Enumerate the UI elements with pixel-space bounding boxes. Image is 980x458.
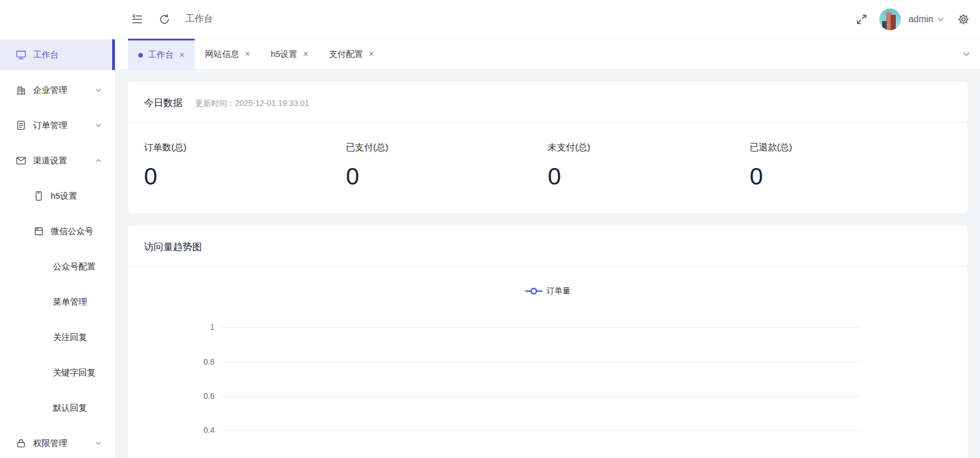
chevron-down-icon[interactable] — [937, 15, 945, 23]
sidebar-item-h5-settings[interactable]: h5设置 — [0, 181, 115, 211]
stat-label: 已支付(总) — [346, 142, 548, 154]
tab-payment-config[interactable]: 支付配置 × — [319, 39, 384, 69]
sidebar-item-label: 渠道设置 — [33, 156, 67, 166]
card-title: 今日数据 — [144, 96, 183, 109]
stat-value: 0 — [548, 163, 750, 190]
lock-icon — [15, 437, 27, 449]
today-card-header: 今日数据 更新时间：2025-12-01 19:33:01 — [128, 81, 967, 122]
sidebar-item-menu-manage[interactable]: 菜单管理 — [0, 287, 115, 317]
sidebar-item-label: 工作台 — [33, 50, 59, 60]
doc-lines-icon — [33, 226, 44, 237]
sidebar-item-workbench[interactable]: 工作台 — [0, 39, 115, 70]
sidebar-item-label: 公众号配置 — [53, 261, 96, 272]
close-icon[interactable]: × — [303, 50, 308, 59]
sidebar-item-enterprise[interactable]: 企业管理 — [0, 75, 115, 105]
sidebar-item-label: 订单管理 — [33, 120, 67, 131]
monitor-icon — [15, 49, 27, 60]
gridline — [222, 362, 861, 362]
stat-label: 未支付(总) — [548, 142, 750, 154]
refresh-icon[interactable] — [158, 13, 171, 26]
y-tick-label: 0.6 — [128, 391, 215, 400]
visit-trend-card: 访问量趋势图 订单量 1 0.8 — [128, 226, 967, 458]
line-series-legend-icon — [525, 287, 542, 295]
tab-label: 支付配置 — [329, 49, 363, 60]
app-window: 工作台 企业管理 订单管理 渠道设置 — [0, 0, 980, 458]
sidebar-item-default-reply[interactable]: 默认回复 — [0, 392, 115, 423]
stat-refunded: 已退款(总) 0 — [750, 142, 952, 190]
stat-label: 订单数(总) — [144, 142, 346, 154]
collapse-sidebar-icon[interactable] — [131, 13, 143, 26]
stat-value: 0 — [144, 163, 346, 190]
breadcrumb: 工作台 — [186, 13, 213, 25]
today-data-card: 今日数据 更新时间：2025-12-01 19:33:01 订单数(总) 0 已… — [128, 81, 967, 213]
sidebar-item-label: 关注回复 — [53, 332, 87, 343]
topbar-right: admin — [855, 9, 970, 30]
stats-row: 订单数(总) 0 已支付(总) 0 未支付(总) 0 已退款(总) 0 — [128, 122, 967, 213]
close-icon[interactable]: × — [369, 50, 374, 59]
sidebar-item-label: 权限管理 — [33, 438, 67, 449]
content: 今日数据 更新时间：2025-12-01 19:33:01 订单数(总) 0 已… — [115, 70, 980, 458]
fullscreen-icon[interactable] — [855, 13, 868, 26]
chevron-down-icon — [94, 86, 102, 94]
y-tick-label: 1 — [128, 322, 215, 332]
active-tab-dot — [138, 53, 143, 58]
document-icon — [15, 120, 27, 131]
line-chart: 订单量 1 0.8 0.6 0.4 — [128, 267, 967, 458]
sidebar-item-label: 默认回复 — [53, 403, 87, 414]
sidebar-item-keyword-reply[interactable]: 关键字回复 — [0, 357, 115, 388]
sidebar-item-channels[interactable]: 渠道设置 — [0, 145, 115, 176]
sidebar-item-label: h5设置 — [51, 191, 77, 202]
sidebar-item-orders[interactable]: 订单管理 — [0, 110, 115, 141]
y-tick-label: 0.4 — [128, 426, 215, 435]
gridline — [222, 327, 861, 328]
sidebar-item-permissions[interactable]: 权限管理 — [0, 428, 115, 458]
sidebar-item-official-config[interactable]: 公众号配置 — [0, 251, 115, 282]
avatar[interactable] — [879, 9, 901, 30]
stat-value: 0 — [346, 163, 548, 190]
close-icon[interactable]: × — [245, 50, 250, 59]
phone-icon — [33, 190, 44, 202]
tab-label: 网站信息 — [205, 49, 239, 60]
tab-label: 工作台 — [148, 50, 174, 60]
sidebar-item-follow-reply[interactable]: 关注回复 — [0, 322, 115, 353]
update-time: 更新时间：2025-12-01 19:33:01 — [195, 99, 309, 109]
tab-h5-settings[interactable]: h5设置 × — [261, 39, 319, 69]
stat-unpaid: 未支付(总) 0 — [548, 142, 750, 190]
tab-label: h5设置 — [271, 49, 298, 60]
chevron-up-icon — [94, 157, 102, 165]
gear-icon[interactable] — [957, 13, 970, 26]
stat-total-orders: 订单数(总) 0 — [144, 142, 346, 190]
tabbar: 工作台 × 网站信息 × h5设置 × 支付配置 × — [115, 39, 980, 70]
main-area: 工作台 admin 工作台 — [115, 0, 980, 458]
legend-order-volume[interactable]: 订单量 — [525, 286, 571, 296]
tab-workbench[interactable]: 工作台 × — [128, 39, 195, 69]
chart-card-header: 访问量趋势图 — [128, 226, 967, 267]
close-icon[interactable]: × — [179, 51, 184, 60]
sidebar-item-label: 关键字回复 — [53, 367, 96, 378]
envelope-icon — [15, 155, 27, 166]
sidebar-item-wechat-official[interactable]: 微信公众号 — [0, 216, 115, 247]
legend-label: 订单量 — [547, 286, 571, 296]
stat-label: 已退款(总) — [750, 142, 952, 154]
gridline — [222, 430, 861, 431]
sidebar-item-label: 企业管理 — [33, 85, 67, 96]
username[interactable]: admin — [908, 14, 933, 24]
sidebar-item-label: 微信公众号 — [51, 226, 93, 237]
y-tick-label: 0.8 — [128, 357, 215, 366]
sidebar-item-label: 菜单管理 — [53, 297, 87, 308]
chevron-down-icon — [94, 121, 102, 129]
update-time-value: 2025-12-01 19:33:01 — [235, 99, 309, 108]
gridline — [222, 396, 861, 396]
building-icon — [15, 84, 27, 96]
card-title: 访问量趋势图 — [144, 240, 202, 253]
update-time-label: 更新时间： — [195, 99, 235, 108]
tab-site-info[interactable]: 网站信息 × — [195, 39, 260, 69]
chevron-down-icon[interactable] — [962, 50, 971, 59]
stat-paid: 已支付(总) 0 — [346, 142, 548, 190]
stat-value: 0 — [750, 163, 952, 190]
chevron-down-icon — [94, 439, 102, 447]
topbar: 工作台 admin — [115, 0, 980, 39]
sidebar: 工作台 企业管理 订单管理 渠道设置 — [0, 0, 115, 458]
